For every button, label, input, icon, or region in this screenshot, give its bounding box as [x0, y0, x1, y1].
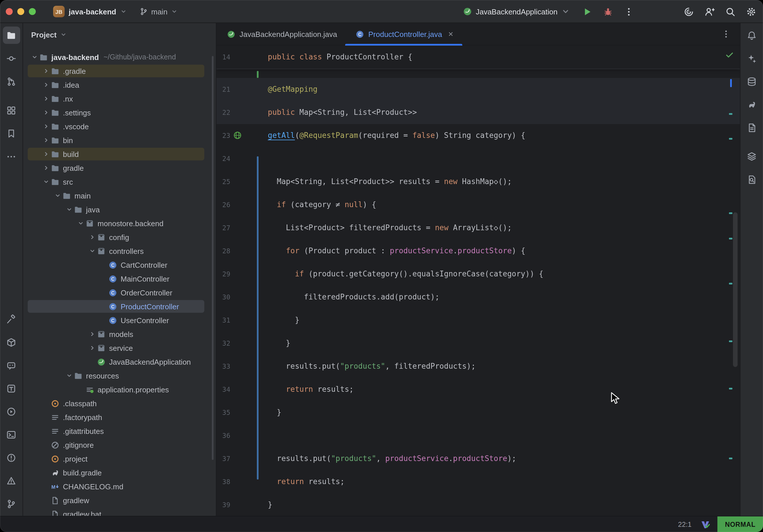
code-line-22[interactable]: 22public Map<String, List<Product>>: [216, 101, 740, 124]
packages-tool-button[interactable]: [3, 334, 20, 351]
dependencies-tool-button[interactable]: [743, 148, 760, 165]
line-number[interactable]: 24: [216, 147, 230, 170]
tree-item-resources[interactable]: resources: [23, 369, 216, 382]
tree-item-.classpath[interactable]: .classpath: [23, 396, 216, 410]
tree-item-main[interactable]: main: [23, 189, 216, 202]
code-line-39[interactable]: 39}: [216, 493, 740, 516]
code-line-28[interactable]: 28 for (Product product : productService…: [216, 240, 740, 263]
tab-options-icon[interactable]: [721, 30, 731, 39]
gradle-tool-button[interactable]: [743, 96, 760, 113]
tree-item-JavaBackendApplication[interactable]: JavaBackendApplication: [23, 355, 216, 369]
line-number[interactable]: 30: [216, 286, 230, 309]
chevron-right-icon[interactable]: [88, 233, 97, 242]
tree-item-service[interactable]: service: [23, 341, 216, 355]
database-tool-button[interactable]: [743, 73, 760, 90]
minimize-window-button[interactable]: [17, 8, 24, 15]
chevron-down-icon[interactable]: [76, 219, 85, 228]
chevron-down-icon[interactable]: [88, 246, 97, 256]
chevron-down-icon[interactable]: [65, 371, 74, 380]
tree-item-OrderController[interactable]: COrderController: [23, 286, 216, 299]
find-in-files-tool-button[interactable]: [743, 171, 760, 188]
code-line-31[interactable]: 31 }: [216, 309, 740, 332]
editor-scrollbar[interactable]: [733, 212, 738, 367]
line-number[interactable]: 33: [216, 355, 230, 378]
tree-item-.idea[interactable]: .idea: [23, 78, 216, 92]
chevron-right-icon[interactable]: [42, 163, 51, 172]
tree-item-UserController[interactable]: CUserController: [23, 313, 216, 327]
tree-item-application.properties[interactable]: application.properties: [23, 382, 216, 396]
code-line-24[interactable]: 24: [216, 147, 740, 170]
tree-item-build.gradle[interactable]: build.gradle: [23, 466, 216, 479]
code-line-36[interactable]: 36: [216, 424, 740, 447]
line-number[interactable]: 22: [216, 101, 230, 124]
chevron-down-icon[interactable]: [65, 205, 74, 214]
line-number[interactable]: 14: [216, 46, 230, 69]
line-number[interactable]: 35: [216, 401, 230, 424]
tree-item-models[interactable]: models: [23, 327, 216, 341]
code-line-26[interactable]: 26 if (category ≠ null) {: [216, 193, 740, 216]
build-tool-button[interactable]: [3, 310, 20, 328]
chevron-right-icon[interactable]: [42, 150, 51, 159]
close-window-button[interactable]: [6, 8, 13, 15]
tab-ProductController.java[interactable]: CProductController.java: [345, 23, 462, 45]
line-number[interactable]: 37: [216, 447, 230, 470]
search-everywhere-button[interactable]: [722, 4, 738, 19]
run-configuration-widget[interactable]: JavaBackendApplication: [460, 3, 574, 20]
tree-item-gradle[interactable]: gradle: [23, 161, 216, 175]
line-number[interactable]: 28: [216, 240, 230, 263]
chevron-right-icon[interactable]: [42, 94, 51, 103]
tree-item-.gitattributes[interactable]: .gitattributes: [23, 424, 216, 438]
chevron-right-icon[interactable]: [42, 122, 51, 131]
line-number[interactable]: 31: [216, 309, 230, 332]
line-number[interactable]: 38: [216, 470, 230, 493]
git-branch-tool-button[interactable]: [3, 495, 20, 512]
chevron-right-icon[interactable]: [42, 136, 51, 145]
code-line-29[interactable]: 29 if (product.getCategory().equalsIgnor…: [216, 263, 740, 286]
code-with-me-button[interactable]: [702, 4, 717, 19]
code-line-27[interactable]: 27 List<Product> filteredProducts = new …: [216, 216, 740, 240]
project-tree-scrollbar[interactable]: [212, 56, 214, 460]
code-line-30[interactable]: 30 filteredProducts.add(product);: [216, 286, 740, 309]
tree-item-monostore.backend[interactable]: monostore.backend: [23, 216, 216, 230]
code-line-38[interactable]: 38 return results;: [216, 470, 740, 493]
line-number[interactable]: 21: [216, 78, 230, 101]
terminal-tool-button[interactable]: [3, 426, 20, 443]
tree-item-java[interactable]: java: [23, 202, 216, 216]
sticky-line[interactable]: 14public class ProductController {: [216, 46, 740, 69]
ai-assistant-tool-button[interactable]: [743, 50, 760, 67]
inspections-ok-icon[interactable]: [725, 50, 734, 59]
code-line-21[interactable]: 21@GetMapping: [216, 78, 740, 101]
tree-item-CartController[interactable]: CCartController: [23, 258, 216, 272]
more-actions-button[interactable]: [621, 4, 636, 19]
tree-item-.gitignore[interactable]: .gitignore: [23, 438, 216, 452]
chevron-right-icon[interactable]: [88, 330, 97, 339]
line-number[interactable]: 36: [216, 424, 230, 447]
line-number[interactable]: 32: [216, 332, 230, 355]
line-number[interactable]: 26: [216, 193, 230, 216]
tree-item-.project[interactable]: .project: [23, 452, 216, 466]
problems-tool-button[interactable]: [3, 449, 20, 466]
line-number[interactable]: 23: [216, 124, 230, 147]
caret-position-widget[interactable]: 22:1: [678, 520, 692, 528]
ai-chat-tool-button[interactable]: [3, 357, 20, 374]
tree-item-.gradle[interactable]: .gradle: [23, 64, 216, 78]
tree-item-MainController[interactable]: CMainController: [23, 272, 216, 286]
code-line-37[interactable]: 37 results.put("products", productServic…: [216, 447, 740, 470]
tree-item-java-backend[interactable]: java-backend~/Github/java-backend: [23, 50, 216, 64]
line-number[interactable]: 39: [216, 493, 230, 516]
tree-item-controllers[interactable]: controllers: [23, 244, 216, 258]
branch-widget[interactable]: main: [136, 3, 181, 20]
tree-item-config[interactable]: config: [23, 230, 216, 244]
code-line-14[interactable]: 14public class ProductController {: [216, 46, 740, 69]
line-number[interactable]: 27: [216, 216, 230, 240]
close-icon[interactable]: [447, 31, 454, 38]
structure-tool-button[interactable]: [3, 102, 20, 119]
warnings-tool-button[interactable]: [3, 472, 20, 489]
documentation-tool-button[interactable]: [743, 119, 760, 136]
editor-body[interactable]: 21@GetMapping22public Map<String, List<P…: [216, 46, 740, 516]
chevron-down-icon[interactable]: [53, 191, 62, 200]
chevron-down-icon[interactable]: [30, 53, 39, 62]
tree-item-.settings[interactable]: .settings: [23, 106, 216, 119]
code-line-33[interactable]: 33 results.put("products", filteredProdu…: [216, 355, 740, 378]
more-tools-tool-button[interactable]: [3, 148, 20, 165]
